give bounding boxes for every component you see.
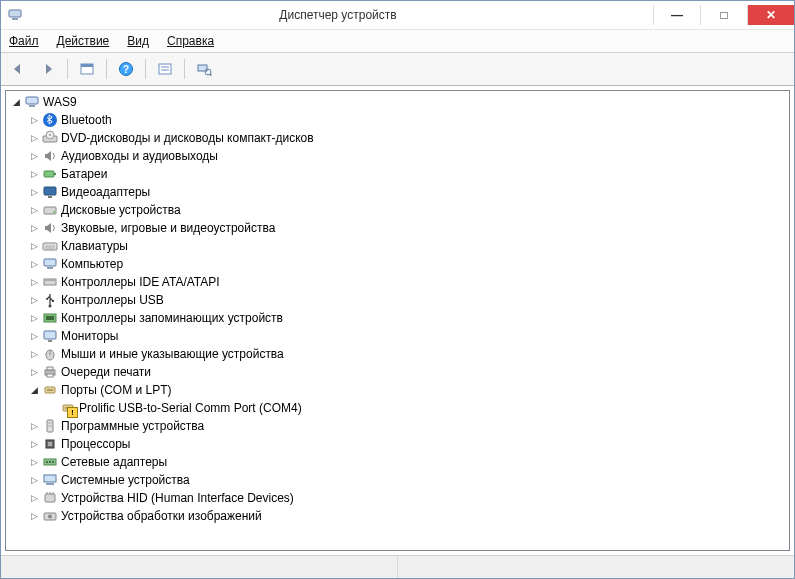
- tree-category-label: Контроллеры запоминающих устройств: [61, 311, 283, 325]
- tree-category[interactable]: ▷Bluetooth: [28, 111, 789, 129]
- imaging-icon: [42, 508, 58, 524]
- menu-view[interactable]: Вид: [123, 32, 153, 50]
- storage-controller-icon: [42, 310, 58, 326]
- tree-category[interactable]: ▷Контроллеры USB: [28, 291, 789, 309]
- computer-icon: [24, 94, 40, 110]
- expander-icon[interactable]: ▷: [28, 492, 40, 504]
- titlebar[interactable]: Диспетчер устройств — □ ✕: [1, 1, 794, 30]
- svg-rect-20: [44, 187, 56, 195]
- tree-category[interactable]: ▷Сетевые адаптеры: [28, 453, 789, 471]
- tree-category[interactable]: ▷Мониторы: [28, 327, 789, 345]
- svg-text:?: ?: [123, 64, 129, 75]
- tree-category[interactable]: ▷Видеоадаптеры: [28, 183, 789, 201]
- tree-category-label: Bluetooth: [61, 113, 112, 127]
- tree-category[interactable]: ▷Мыши и иные указывающие устройства: [28, 345, 789, 363]
- properties-button[interactable]: [152, 57, 178, 81]
- expander-icon[interactable]: ▷: [28, 114, 40, 126]
- menu-file[interactable]: Файл: [5, 32, 43, 50]
- expander-icon[interactable]: ▷: [28, 366, 40, 378]
- tree-root[interactable]: ◢WAS9: [10, 93, 789, 111]
- menu-help[interactable]: Справка: [163, 32, 218, 50]
- tree-category-label: Клавиатуры: [61, 239, 128, 253]
- expander-icon[interactable]: ▷: [28, 456, 40, 468]
- system-device-icon: [42, 472, 58, 488]
- svg-rect-33: [52, 300, 54, 302]
- svg-point-17: [49, 134, 51, 136]
- menu-action[interactable]: Действие: [53, 32, 114, 50]
- tree-category[interactable]: ▷Устройства обработки изображений: [28, 507, 789, 525]
- expander-icon[interactable]: ▷: [28, 438, 40, 450]
- tree-category[interactable]: ▷Устройства HID (Human Interface Devices…: [28, 489, 789, 507]
- tree-category[interactable]: ▷Программные устройства: [28, 417, 789, 435]
- showhide-button[interactable]: [74, 57, 100, 81]
- forward-button[interactable]: [35, 57, 61, 81]
- expander-icon[interactable]: ▷: [28, 168, 40, 180]
- tree-category[interactable]: ▷Звуковые, игровые и видеоустройства: [28, 219, 789, 237]
- tree-category-label: Батареи: [61, 167, 107, 181]
- back-button[interactable]: [5, 57, 31, 81]
- expander-icon[interactable]: ▷: [28, 276, 40, 288]
- expander-icon[interactable]: ◢: [28, 384, 40, 396]
- expander-icon[interactable]: ▷: [28, 204, 40, 216]
- svg-rect-30: [44, 279, 56, 281]
- expander-icon[interactable]: ▷: [28, 348, 40, 360]
- svg-rect-55: [48, 442, 52, 446]
- expander-icon[interactable]: ◢: [10, 96, 22, 108]
- svg-rect-62: [45, 494, 55, 502]
- svg-line-11: [210, 74, 212, 76]
- tree-category[interactable]: ▷DVD-дисководы и дисководы компакт-диско…: [28, 129, 789, 147]
- software-device-icon: [42, 418, 58, 434]
- bluetooth-icon: [42, 112, 58, 128]
- maximize-button[interactable]: □: [700, 5, 747, 25]
- svg-rect-27: [44, 259, 56, 266]
- tree-category[interactable]: ▷Контроллеры IDE ATA/ATAPI: [28, 273, 789, 291]
- content-area: ◢WAS9▷Bluetooth▷DVD-дисководы и дисковод…: [1, 86, 794, 555]
- tree-device-label: Prolific USB-to-Serial Comm Port (COM4): [79, 401, 302, 415]
- status-cell: [1, 556, 398, 578]
- warning-overlay-icon: !: [67, 407, 78, 418]
- close-button[interactable]: ✕: [747, 5, 794, 25]
- expander-icon[interactable]: ▷: [28, 474, 40, 486]
- svg-rect-37: [48, 340, 52, 342]
- expander-icon[interactable]: ▷: [28, 510, 40, 522]
- expander-icon[interactable]: ▷: [28, 420, 40, 432]
- expander-icon[interactable]: ▷: [28, 132, 40, 144]
- svg-rect-60: [44, 475, 56, 482]
- disk-icon: [42, 202, 58, 218]
- expander-icon[interactable]: ▷: [28, 186, 40, 198]
- expander-icon[interactable]: ▷: [28, 240, 40, 252]
- expander-icon[interactable]: ▷: [28, 330, 40, 342]
- tree-category-label: Порты (COM и LPT): [61, 383, 172, 397]
- port-icon: !: [60, 400, 76, 416]
- tree-category[interactable]: ◢Порты (COM и LPT): [28, 381, 789, 399]
- scan-button[interactable]: [191, 57, 217, 81]
- svg-rect-21: [48, 196, 52, 198]
- expander-icon[interactable]: ▷: [28, 294, 40, 306]
- device-tree-pane[interactable]: ◢WAS9▷Bluetooth▷DVD-дисководы и дисковод…: [5, 90, 790, 551]
- tree-category-label: Видеоадаптеры: [61, 185, 150, 199]
- tree-category[interactable]: ▷Компьютер: [28, 255, 789, 273]
- tree-category[interactable]: ▷Системные устройства: [28, 471, 789, 489]
- tree-category-label: Мыши и иные указывающие устройства: [61, 347, 284, 361]
- window-title: Диспетчер устройств: [23, 8, 653, 22]
- tree-device[interactable]: ▷!Prolific USB-to-Serial Comm Port (COM4…: [46, 399, 789, 417]
- expander-icon[interactable]: ▷: [28, 222, 40, 234]
- speaker-icon: [42, 148, 58, 164]
- tree-category-label: Очереди печати: [61, 365, 151, 379]
- svg-rect-28: [47, 267, 53, 269]
- window: Диспетчер устройств — □ ✕ Файл Действие …: [0, 0, 795, 579]
- expander-icon[interactable]: ▷: [28, 312, 40, 324]
- tree-category[interactable]: ▷Клавиатуры: [28, 237, 789, 255]
- tree-category[interactable]: ▷Очереди печати: [28, 363, 789, 381]
- tree-category[interactable]: ▷Дисковые устройства: [28, 201, 789, 219]
- help-button[interactable]: ?: [113, 57, 139, 81]
- expander-icon[interactable]: ▷: [28, 150, 40, 162]
- expander-icon[interactable]: ▷: [28, 258, 40, 270]
- tree-category[interactable]: ▷Процессоры: [28, 435, 789, 453]
- tree-category[interactable]: ▷Аудиовходы и аудиовыходы: [28, 147, 789, 165]
- tree-category[interactable]: ▷Батареи: [28, 165, 789, 183]
- tree-category[interactable]: ▷Контроллеры запоминающих устройств: [28, 309, 789, 327]
- minimize-button[interactable]: —: [653, 5, 700, 25]
- svg-rect-6: [159, 64, 171, 74]
- tree-category-label: Контроллеры IDE ATA/ATAPI: [61, 275, 220, 289]
